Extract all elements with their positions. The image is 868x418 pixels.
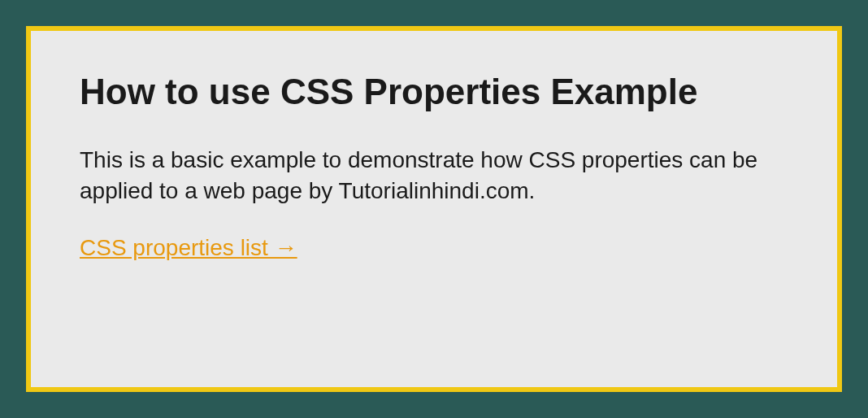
page-description: This is a basic example to demonstrate h… <box>80 145 788 207</box>
page-heading: How to use CSS Properties Example <box>80 72 788 112</box>
content-frame: How to use CSS Properties Example This i… <box>26 26 842 392</box>
css-properties-link[interactable]: CSS properties list → <box>80 235 297 261</box>
